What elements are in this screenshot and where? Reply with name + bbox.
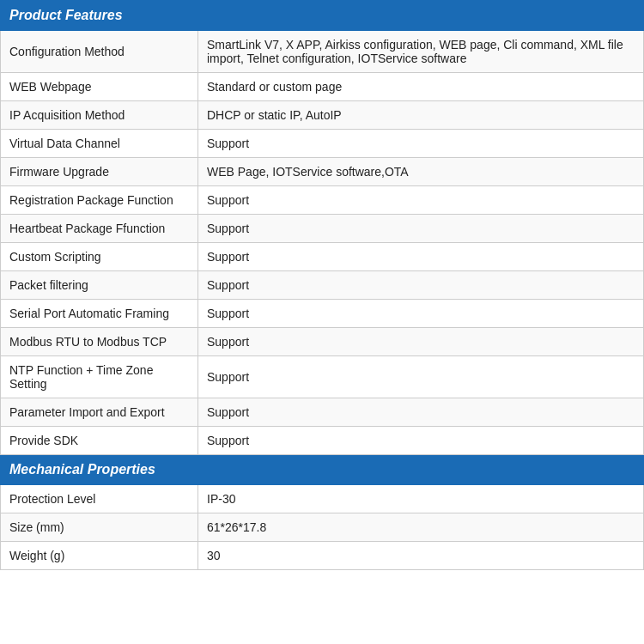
row-label: Protection Level — [1, 485, 198, 513]
row-label: Heartbeat Package Ffunction — [1, 215, 198, 243]
row-value: DHCP or static IP, AutoIP — [198, 101, 644, 130]
row-value: 30 — [198, 542, 644, 570]
row-label: IP Acquisition Method — [1, 101, 198, 130]
row-label: Packet filtering — [1, 271, 198, 300]
row-label: Weight (g) — [1, 542, 198, 570]
row-value: Support — [198, 427, 644, 455]
row-label: WEB Webpage — [1, 73, 198, 101]
row-value: Support — [198, 186, 644, 215]
row-label: Firmware Upgrade — [1, 158, 198, 186]
product-features-table: Product FeaturesConfiguration MethodSmar… — [0, 0, 644, 570]
section-header: Product Features — [1, 1, 644, 31]
row-label: Modbus RTU to Modbus TCP — [1, 328, 198, 356]
row-value: 61*26*17.8 — [198, 513, 644, 542]
row-value: SmartLink V7, X APP, Airkiss configurati… — [198, 31, 644, 73]
row-value: Support — [198, 215, 644, 243]
row-label: NTP Function + Time Zone Setting — [1, 356, 198, 398]
row-label: Configuration Method — [1, 31, 198, 73]
row-value: Standard or custom page — [198, 73, 644, 101]
row-value: Support — [198, 328, 644, 356]
row-value: Support — [198, 398, 644, 427]
row-value: IP-30 — [198, 485, 644, 513]
row-value: Support — [198, 130, 644, 158]
row-value: Support — [198, 243, 644, 271]
row-value: Support — [198, 300, 644, 328]
row-label: Custom Scripting — [1, 243, 198, 271]
row-value: Support — [198, 271, 644, 300]
row-label: Serial Port Automatic Framing — [1, 300, 198, 328]
row-value: WEB Page, IOTService software,OTA — [198, 158, 644, 186]
row-label: Provide SDK — [1, 427, 198, 455]
row-label: Parameter Import and Export — [1, 398, 198, 427]
row-label: Virtual Data Channel — [1, 130, 198, 158]
row-label: Size (mm) — [1, 513, 198, 542]
row-label: Registration Package Function — [1, 186, 198, 215]
section-header: Mechanical Properties — [1, 455, 644, 485]
row-value: Support — [198, 356, 644, 398]
